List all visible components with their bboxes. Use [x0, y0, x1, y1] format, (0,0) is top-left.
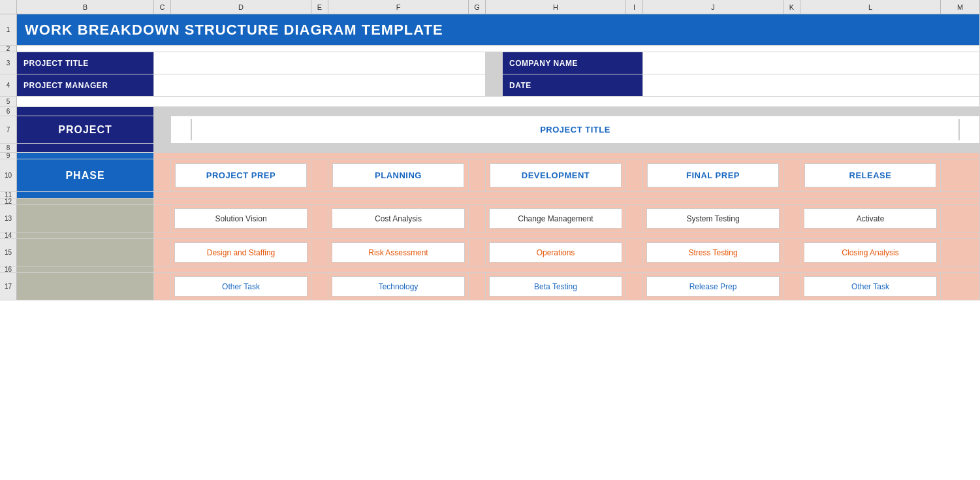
- task-r2-5[interactable]: Closing Analysis: [804, 242, 937, 263]
- task-r3-4-wrap: Release Prep: [643, 273, 783, 300]
- col-header-l: L: [800, 0, 941, 14]
- row13-i: [626, 205, 643, 232]
- row-num-15: 15: [0, 239, 17, 266]
- task-r1-4-wrap: System Testing: [643, 205, 783, 232]
- row13-g: [469, 205, 486, 232]
- row-7: 7 PROJECT PROJECT TITLE: [0, 116, 980, 144]
- row10-c: [154, 159, 171, 191]
- row10-e: [311, 159, 328, 191]
- row7-c: [154, 116, 171, 143]
- col-header-row: B C D E F G H I J K L M: [0, 0, 980, 14]
- row10-m: [941, 159, 980, 191]
- row15-c: [154, 239, 171, 266]
- row-num-9: 9: [0, 153, 17, 159]
- row10-g: [469, 159, 486, 191]
- task-r1-4[interactable]: System Testing: [646, 208, 780, 229]
- row17-c: [154, 273, 171, 300]
- task-r3-4[interactable]: Release Prep: [646, 276, 780, 296]
- col-header-m: M: [941, 0, 980, 14]
- task-r2-4[interactable]: Stress Testing: [646, 242, 780, 263]
- row16-b: [17, 266, 154, 272]
- company-name-value[interactable]: [643, 52, 980, 74]
- project-title-label: PROJECT TITLE: [17, 52, 154, 74]
- task-r2-2-wrap: Risk Assessment: [328, 239, 469, 266]
- title-cell: WORK BREAKDOWN STRUCTURE DIAGRAM TEMPLAT…: [17, 14, 980, 45]
- task-r1-5-wrap: Activate: [800, 205, 941, 232]
- task-r3-3[interactable]: Beta Testing: [489, 276, 622, 296]
- task-r2-3-wrap: Operations: [486, 239, 626, 266]
- row12-rest: [154, 199, 980, 204]
- main-title: WORK BREAKDOWN STRUCTURE DIAGRAM TEMPLAT…: [25, 22, 443, 39]
- row13-e: [311, 205, 328, 232]
- row-3: 3 PROJECT TITLE COMPANY NAME: [0, 52, 980, 74]
- row-8: 8: [0, 144, 980, 153]
- row-5: 5: [0, 97, 980, 107]
- col-header-k: K: [783, 0, 800, 14]
- date-label: DATE: [503, 74, 643, 96]
- spreadsheet: B C D E F G H I J K L M 1 WORK BREAKDOWN…: [0, 0, 980, 480]
- project-label: PROJECT: [17, 116, 154, 143]
- row-num-14: 14: [0, 232, 17, 238]
- row2-spacer: [17, 46, 980, 52]
- row13-k: [783, 205, 800, 232]
- task-r1-2[interactable]: Cost Analysis: [332, 208, 465, 229]
- row-num-8: 8: [0, 144, 17, 152]
- row12-b: [17, 199, 154, 204]
- date-value[interactable]: [643, 74, 980, 96]
- project-title-value[interactable]: [154, 52, 486, 74]
- row-17: 17 Other Task Technology Beta Testing Re…: [0, 273, 980, 300]
- row8-rest: [154, 144, 980, 152]
- row-num-6: 6: [0, 107, 17, 116]
- row-16: 16: [0, 266, 980, 273]
- task-r3-5-wrap: Other Task: [800, 273, 941, 300]
- task-r3-1[interactable]: Other Task: [174, 276, 308, 296]
- row6-b: [17, 107, 154, 116]
- task-r3-2[interactable]: Technology: [332, 276, 465, 296]
- task-r3-3-wrap: Beta Testing: [486, 273, 626, 300]
- phase-box-2-wrap: PLANNING: [328, 159, 469, 191]
- col-header-e: E: [311, 0, 328, 14]
- row8-b: [17, 144, 154, 152]
- project-manager-value[interactable]: [154, 74, 486, 96]
- row-13: 13 Solution Vision Cost Analysis Change …: [0, 205, 980, 232]
- task-r1-5[interactable]: Activate: [804, 208, 937, 229]
- row9-b: [17, 153, 154, 159]
- row11-b: [17, 192, 154, 198]
- phase-box-1[interactable]: PROJECT PREP: [175, 163, 307, 187]
- phase-box-3-wrap: DEVELOPMENT: [486, 159, 626, 191]
- row10-i: [626, 159, 643, 191]
- task-r1-1[interactable]: Solution Vision: [174, 208, 308, 229]
- phase-box-2[interactable]: PLANNING: [332, 163, 464, 187]
- title-row: 1 WORK BREAKDOWN STRUCTURE DIAGRAM TEMPL…: [0, 14, 980, 46]
- task-r2-2[interactable]: Risk Assessment: [332, 242, 465, 263]
- task-r1-3[interactable]: Change Management: [489, 208, 622, 229]
- row-num-4: 4: [0, 74, 17, 96]
- task-r1-3-wrap: Change Management: [486, 205, 626, 232]
- row17-b: [17, 273, 154, 300]
- row7-title-box[interactable]: PROJECT TITLE: [191, 119, 960, 140]
- phase-box-4[interactable]: FINAL PREP: [647, 163, 779, 187]
- row-2: 2: [0, 46, 980, 52]
- col-header-f: F: [328, 0, 469, 14]
- row15-b: [17, 239, 154, 266]
- task-r2-5-wrap: Closing Analysis: [800, 239, 941, 266]
- task-r2-1[interactable]: Design and Staffing: [174, 242, 308, 263]
- task-r2-4-wrap: Stress Testing: [643, 239, 783, 266]
- phase-box-3[interactable]: DEVELOPMENT: [490, 163, 622, 187]
- row-num-5: 5: [0, 97, 17, 106]
- row-num-13: 13: [0, 205, 17, 232]
- task-r3-1-wrap: Other Task: [171, 273, 311, 300]
- task-r1-2-wrap: Cost Analysis: [328, 205, 469, 232]
- phase-box-5[interactable]: RELEASE: [804, 163, 936, 187]
- row-num-17: 17: [0, 273, 17, 300]
- phase-box-1-wrap: PROJECT PREP: [171, 159, 311, 191]
- row-15: 15 Design and Staffing Risk Assessment O…: [0, 239, 980, 266]
- task-r2-3[interactable]: Operations: [489, 242, 622, 263]
- task-r3-5[interactable]: Other Task: [804, 276, 937, 296]
- row-6: 6: [0, 107, 980, 116]
- row-11: 11: [0, 192, 980, 199]
- row17-k: [783, 273, 800, 300]
- row-num-7: 7: [0, 116, 17, 143]
- row15-m: [941, 239, 980, 266]
- col-header-j: J: [643, 0, 783, 14]
